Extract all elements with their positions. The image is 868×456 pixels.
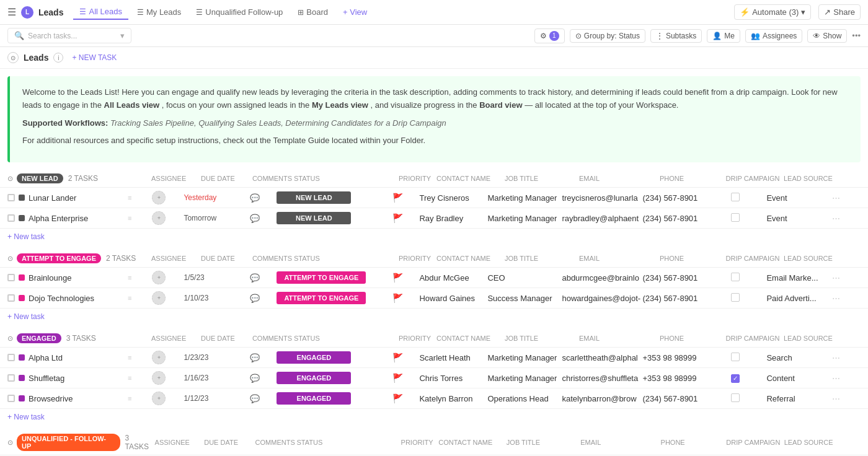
subtasks-button[interactable]: ⋮ Subtasks (650, 29, 702, 43)
table-row[interactable]: Lunar Lander ≡ + Yesterday 💬 NEW LEAD 🚩 … (0, 188, 868, 208)
table-row[interactable]: Brainlounge ≡ + 1/5/23 💬 ATTEMPT TO ENGA… (0, 268, 868, 288)
task-name[interactable]: Browsedrive (29, 394, 128, 403)
table-row[interactable]: Shuffletag ≡ + 1/16/23 💬 ENGAGED 🚩 Chris… (0, 368, 868, 388)
automate-button[interactable]: ⚡ Automate (3) ▾ (734, 4, 811, 20)
task-assignee[interactable]: + (134, 271, 184, 284)
table-row[interactable]: Alpha Ltd ≡ + 1/23/23 💬 ENGAGED 🚩 Scarle… (0, 348, 868, 368)
task-assignee[interactable]: + (134, 291, 184, 305)
task-name[interactable]: Shuffletag (29, 374, 128, 383)
section-badge-attempt-to-engage[interactable]: ATTEMPT TO ENGAGE (17, 253, 101, 263)
task-name[interactable]: Alpha Ltd (29, 353, 128, 362)
add-task-engaged[interactable]: + New task (0, 409, 52, 425)
task-drip-campaign[interactable] (704, 353, 766, 363)
tab-all-leads[interactable]: ☰ All Leads (73, 4, 128, 20)
add-task-new-lead[interactable]: + New task (0, 229, 52, 245)
task-name[interactable]: Brainlounge (29, 273, 128, 283)
task-priority[interactable]: 🚩 (376, 353, 419, 362)
row-options-icon[interactable]: ⋯ (828, 374, 843, 383)
task-drip-campaign[interactable] (704, 193, 766, 203)
task-assignee[interactable]: + (134, 191, 184, 204)
task-checkbox[interactable] (7, 294, 15, 302)
task-due-date[interactable]: Tomorrow (184, 214, 233, 222)
task-comments[interactable]: 💬 (233, 193, 277, 203)
task-comments[interactable]: 💬 (233, 374, 277, 383)
task-status[interactable]: ENGAGED (277, 351, 376, 364)
share-button[interactable]: ↗ Share (818, 4, 861, 20)
tab-add-view[interactable]: + View (337, 5, 373, 19)
table-row[interactable]: Dojo Technologies ≡ + 1/10/23 💬 ATTEMPT … (0, 288, 868, 309)
status-badge[interactable]: NEW LEAD (277, 191, 351, 204)
status-badge[interactable]: ENGAGED (277, 392, 351, 405)
task-status[interactable]: ATTEMPT TO ENGAGE (277, 292, 376, 304)
task-drip-campaign[interactable] (704, 293, 766, 304)
drip-checkbox[interactable] (731, 393, 740, 402)
row-options-icon[interactable]: ⋯ (828, 214, 843, 223)
task-drip-campaign[interactable]: ✓ (704, 373, 766, 383)
task-due-date[interactable]: Yesterday (184, 193, 233, 202)
add-task-attempt-to-engage[interactable]: + New task (0, 309, 52, 325)
section-header-attempt-to-engage[interactable]: ⊙ ATTEMPT TO ENGAGE 2 TASKS ASSIGNEE DUE… (0, 250, 868, 268)
task-name[interactable]: Dojo Technologies (29, 294, 128, 303)
group-by-button[interactable]: ⊙ Group by: Status (570, 29, 645, 43)
section-header-unqualified-follow-up[interactable]: ⊙ UNQUALIFIED - FOLLOW-UP 3 TASKS ASSIGN… (0, 430, 868, 455)
drip-checkbox[interactable] (731, 293, 740, 302)
section-header-new-lead[interactable]: ⊙ NEW LEAD 2 TASKS ASSIGNEE DUE DATE COM… (0, 170, 868, 188)
filter-button[interactable]: ⚙ 1 (534, 28, 565, 43)
task-priority[interactable]: 🚩 (376, 393, 419, 403)
task-name[interactable]: Alpha Enterprise (29, 214, 128, 223)
assignees-button[interactable]: 👥 Assignees (745, 29, 802, 43)
task-due-date[interactable]: 1/16/23 (184, 374, 233, 382)
task-status[interactable]: NEW LEAD (277, 212, 376, 224)
table-row[interactable]: Alpha Enterprise ≡ + Tomorrow 💬 NEW LEAD… (0, 208, 868, 229)
row-options-icon[interactable]: ⋯ (828, 353, 843, 362)
section-badge-unqualified-follow-up[interactable]: UNQUALIFIED - FOLLOW-UP (17, 434, 120, 451)
task-checkbox[interactable] (7, 194, 15, 201)
task-priority[interactable]: 🚩 (376, 213, 419, 223)
status-badge[interactable]: ATTEMPT TO ENGAGE (277, 292, 366, 304)
task-assignee[interactable]: + (134, 351, 184, 364)
task-name[interactable]: Lunar Lander (29, 193, 128, 203)
show-button[interactable]: 👁 Show (807, 29, 847, 43)
task-due-date[interactable]: 1/10/23 (184, 294, 233, 302)
leads-info-icon[interactable]: i (53, 53, 63, 63)
task-drip-campaign[interactable] (704, 393, 766, 404)
task-checkbox[interactable] (7, 214, 15, 222)
row-options-icon[interactable]: ⋯ (828, 193, 843, 203)
task-comments[interactable]: 💬 (233, 273, 277, 283)
new-task-button[interactable]: + NEW TASK (68, 52, 120, 63)
status-badge[interactable]: ENGAGED (277, 372, 351, 384)
task-comments[interactable]: 💬 (233, 353, 277, 362)
section-badge-new-lead[interactable]: NEW LEAD (17, 173, 63, 183)
task-status[interactable]: ATTEMPT TO ENGAGE (277, 271, 376, 284)
task-status[interactable]: ENGAGED (277, 372, 376, 384)
tab-my-leads[interactable]: ☰ My Leads (131, 5, 187, 19)
task-comments[interactable]: 💬 (233, 214, 277, 223)
table-row[interactable]: Browsedrive ≡ + 1/12/23 💬 ENGAGED 🚩 Kate… (0, 388, 868, 409)
task-due-date[interactable]: 1/5/23 (184, 273, 233, 282)
task-checkbox[interactable] (7, 354, 15, 361)
search-input[interactable]: 🔍 Search tasks... ▾ (7, 28, 131, 43)
task-status[interactable]: ENGAGED (277, 392, 376, 405)
tab-board[interactable]: ⊞ Board (291, 5, 334, 19)
row-options-icon[interactable]: ⋯ (828, 294, 843, 303)
task-status[interactable]: NEW LEAD (277, 191, 376, 204)
task-comments[interactable]: 💬 (233, 394, 277, 403)
task-checkbox[interactable] (7, 274, 15, 281)
menu-icon[interactable]: ☰ (7, 6, 16, 18)
drip-checkbox[interactable] (731, 193, 740, 201)
drip-checkbox-checked[interactable]: ✓ (731, 374, 740, 383)
task-checkbox[interactable] (7, 395, 15, 402)
section-badge-engaged[interactable]: ENGAGED (17, 333, 61, 343)
task-priority[interactable]: 🚩 (376, 273, 419, 283)
task-priority[interactable]: 🚩 (376, 373, 419, 383)
status-badge[interactable]: ENGAGED (277, 351, 351, 364)
task-due-date[interactable]: 1/23/23 (184, 353, 233, 362)
row-options-icon[interactable]: ⋯ (828, 394, 843, 403)
drip-checkbox[interactable] (731, 273, 740, 281)
task-due-date[interactable]: 1/12/23 (184, 394, 233, 403)
tab-unqualified[interactable]: ☰ Unqualified Follow-up (190, 5, 289, 19)
task-drip-campaign[interactable] (704, 273, 766, 283)
more-options-icon[interactable]: ••• (852, 31, 861, 40)
status-badge[interactable]: NEW LEAD (277, 212, 351, 224)
status-badge[interactable]: ATTEMPT TO ENGAGE (277, 271, 366, 284)
